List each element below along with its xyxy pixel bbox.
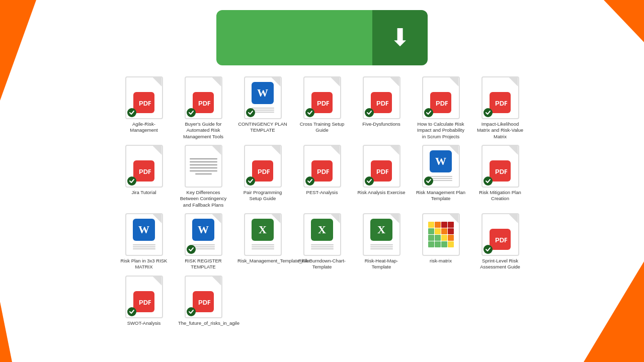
- list-item[interactable]: X Risk_Management_Template_File: [235, 213, 290, 270]
- check-badge: [127, 108, 136, 117]
- file-name-label: Risk Analysis Exercise: [357, 190, 405, 196]
- pdf-logo: PDF: [193, 92, 214, 113]
- file-name-label: Cross Training Setup Guide: [297, 121, 347, 134]
- list-item[interactable]: PDF PEST-Analysis: [294, 145, 350, 208]
- pdf-logo: PDF: [490, 229, 511, 250]
- file-name-label: Impact-Likelihood Matrix and Risk-Value …: [475, 121, 525, 140]
- svg-text:PDF: PDF: [198, 299, 210, 306]
- list-item[interactable]: PDF Agile-Risk-Management: [116, 76, 172, 140]
- file-name-label: Sprint-Level Risk Assessment Guide: [475, 258, 525, 270]
- list-item[interactable]: PDF Impact-Likelihood Matrix and Risk-Va…: [472, 76, 528, 140]
- list-item[interactable]: X Risk-Heat-Map-Template: [354, 213, 409, 270]
- pdf-logo: PDF: [311, 160, 333, 182]
- list-item[interactable]: PDF Jira Tutorial: [116, 145, 172, 208]
- word-lines: [130, 243, 158, 250]
- excel-icon: X: [363, 213, 400, 256]
- list-item[interactable]: X Risk-Burndown-Chart-Template: [294, 213, 350, 270]
- word-badge: W: [192, 219, 214, 241]
- file-icon-wrap: [185, 145, 222, 188]
- matrix-grid: [428, 222, 454, 247]
- file-name-label: The_future_of_risks_in_agile: [178, 320, 228, 326]
- svg-text:PDF: PDF: [317, 100, 329, 107]
- svg-text:PDF: PDF: [376, 100, 388, 107]
- file-name-label: CONTINGENCY PLAN TEMPLATE: [237, 121, 288, 134]
- pdf-logo: PDF: [311, 92, 333, 113]
- pdf-logo: PDF: [252, 160, 273, 182]
- pdf-icon: PDF: [125, 76, 163, 119]
- file-icon-wrap: PDF: [481, 213, 519, 256]
- download-button-label-area: [216, 10, 372, 65]
- file-icon-wrap: X: [303, 213, 341, 256]
- word-badge: W: [133, 219, 155, 241]
- file-name-label: Agile-Risk-Management: [119, 121, 169, 134]
- list-item[interactable]: PDF The_future_of_risks_in_agile: [176, 276, 231, 326]
- list-item[interactable]: PDF Risk Mitigation Plan Creation: [472, 145, 528, 208]
- list-item[interactable]: PDF Buyer's Guide for Automated Risk Man…: [176, 76, 231, 140]
- check-badge: [484, 108, 493, 117]
- list-item[interactable]: W Risk Management Plan Template: [413, 145, 468, 208]
- file-icon-wrap: PDF: [185, 76, 222, 119]
- list-item[interactable]: PDF Cross Training Setup Guide: [294, 76, 350, 140]
- svg-text:PDF: PDF: [436, 100, 448, 107]
- list-item[interactable]: PDF Sprint-Level Risk Assessment Guide: [472, 213, 528, 270]
- file-icon-wrap: PDF: [125, 76, 163, 119]
- file-name-label: RISK REGISTER TEMPLATE: [178, 258, 228, 270]
- file-icon-wrap: W: [422, 145, 460, 188]
- check-badge: [424, 108, 433, 117]
- word-icon: W: [125, 213, 163, 256]
- check-badge: [424, 176, 433, 186]
- pdf-icon: PDF: [303, 76, 341, 119]
- list-item[interactable]: W Risk Plan in 3x3 RISK MATRIX: [116, 213, 172, 270]
- file-icon-wrap: PDF: [422, 76, 460, 119]
- check-badge: [305, 108, 314, 117]
- file-name-label: Five-Dysfunctions: [362, 121, 400, 127]
- file-icon-wrap: X: [363, 213, 400, 256]
- pdf-icon: PDF: [422, 76, 460, 119]
- pdf-logo: PDF: [133, 291, 154, 312]
- file-icon-wrap: PDF: [363, 76, 400, 119]
- check-badge: [127, 176, 136, 186]
- pdf-icon: PDF: [303, 145, 341, 188]
- list-item[interactable]: risk-matrix: [413, 213, 468, 270]
- excel-icon: X: [303, 213, 341, 256]
- doc-lines-icon: [185, 145, 222, 188]
- word-badge: W: [430, 150, 452, 172]
- list-item[interactable]: PDF Pair Programming Setup Guide: [235, 145, 290, 208]
- svg-text:PDF: PDF: [139, 299, 151, 306]
- svg-text:PDF: PDF: [376, 168, 388, 175]
- pdf-icon: PDF: [481, 76, 519, 119]
- list-item[interactable]: W RISK REGISTER TEMPLATE: [176, 213, 231, 270]
- matrix-icon: [422, 213, 460, 256]
- pdf-logo: PDF: [490, 160, 511, 182]
- file-name-label: Buyer's Guide for Automated Risk Managem…: [178, 121, 228, 140]
- pdf-logo: PDF: [133, 160, 154, 182]
- word-icon: W: [244, 76, 282, 119]
- download-button[interactable]: ⬇: [216, 10, 428, 65]
- check-badge: [365, 108, 374, 117]
- file-icon-wrap: W: [125, 213, 163, 256]
- file-icon-wrap: X: [244, 213, 282, 256]
- list-item[interactable]: PDF Five-Dysfunctions: [354, 76, 409, 140]
- list-item[interactable]: Key Differences Between Contingency and …: [176, 145, 231, 208]
- file-name-label: Key Differences Between Contingency and …: [178, 190, 228, 208]
- list-item[interactable]: W CONTINGENCY PLAN TEMPLATE: [235, 76, 290, 140]
- list-item[interactable]: PDF How to Calculate Risk Impact and Pro…: [413, 76, 468, 140]
- file-name-label: Pair Programming Setup Guide: [237, 190, 288, 202]
- pdf-icon: PDF: [481, 213, 519, 256]
- file-name-label: Risk-Burndown-Chart-Template: [297, 258, 347, 270]
- check-badge: [365, 176, 374, 186]
- pdf-icon: PDF: [185, 276, 222, 318]
- file-icon-wrap: PDF: [185, 276, 222, 318]
- pdf-icon: PDF: [363, 145, 400, 188]
- file-icon-wrap: PDF: [303, 76, 341, 119]
- pdf-icon: PDF: [244, 145, 282, 188]
- list-item[interactable]: PDF SWOT-Analysis: [116, 276, 172, 326]
- svg-text:PDF: PDF: [139, 168, 151, 175]
- list-item[interactable]: PDF Risk Analysis Exercise: [354, 145, 409, 208]
- check-badge: [127, 307, 136, 316]
- excel-icon: X: [244, 213, 282, 256]
- pdf-icon: PDF: [363, 76, 400, 119]
- svg-text:PDF: PDF: [495, 100, 507, 107]
- file-icon-wrap: [422, 213, 460, 256]
- pdf-logo: PDF: [490, 92, 511, 113]
